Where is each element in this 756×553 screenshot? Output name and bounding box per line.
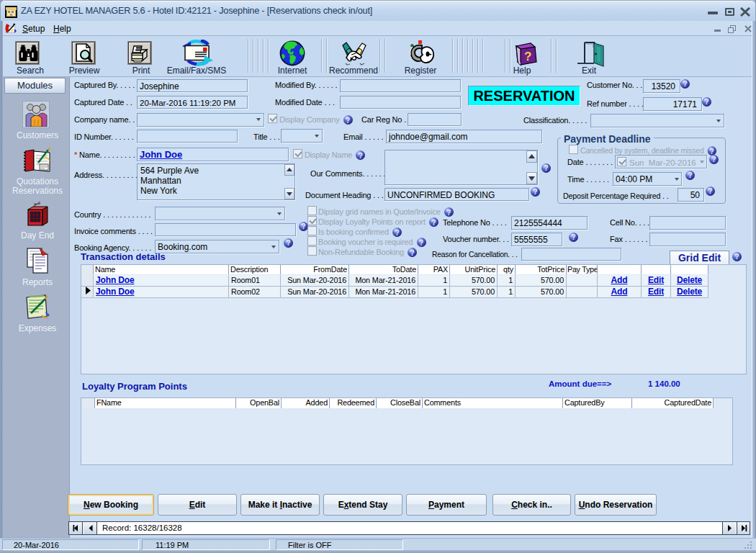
svg-text:?: ? <box>524 50 531 63</box>
